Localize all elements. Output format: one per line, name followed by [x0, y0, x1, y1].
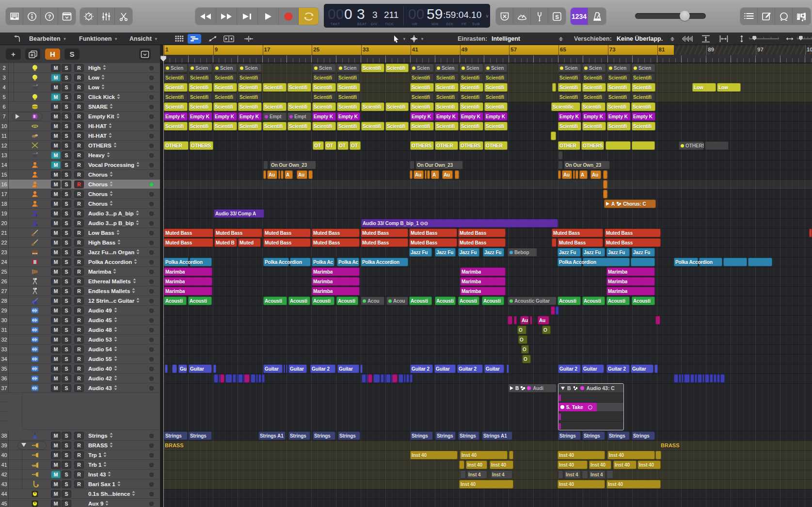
track-header-row-44[interactable]: 44MS0.1s Sh...bience	[0, 489, 160, 499]
region-track6[interactable]: Scientifi	[213, 102, 237, 111]
solo-button[interactable]: S	[62, 365, 71, 373]
record-enable-button[interactable]: R	[74, 64, 84, 72]
track-header-row-15[interactable]: 15MSRChorus	[0, 170, 160, 180]
region-track15[interactable]: Au	[297, 170, 307, 179]
region-track38[interactable]: Strings A1	[482, 431, 512, 440]
region-track7[interactable]: Empty K	[558, 112, 581, 121]
track-name-field[interactable]: Audio 53	[88, 335, 117, 344]
region-track3[interactable]: Scientifi	[435, 73, 459, 82]
region-track4[interactable]: Scientifi	[213, 83, 237, 92]
input-monitor-dot[interactable]	[149, 114, 154, 119]
record-enable-button[interactable]: R	[74, 461, 84, 469]
region-track35[interactable]: Guitar 2	[410, 364, 433, 373]
region-track22[interactable]: Muted Bass	[361, 238, 408, 247]
region-track12[interactable]: OTHER	[164, 141, 189, 150]
track-name-field[interactable]: Marimba	[88, 267, 116, 277]
chevron-down-icon[interactable]: ▼	[402, 37, 406, 41]
region-track23[interactable]: Jazz Fu	[458, 248, 479, 257]
flex-toggle[interactable]	[221, 34, 237, 44]
region-track12[interactable]: OT	[325, 141, 336, 150]
region-track15[interactable]: A	[431, 170, 439, 179]
record-enable-button[interactable]: R	[74, 200, 84, 208]
track-name-field[interactable]: HI-HAT	[88, 121, 112, 131]
region-track5[interactable]: Scientifi	[435, 93, 459, 101]
track-header-row-39[interactable]: 39MSRBRASS	[0, 441, 160, 450]
region-track6[interactable]: Scientifi	[435, 102, 459, 111]
region-track26[interactable]: Marimba	[164, 277, 212, 286]
forward-button[interactable]	[216, 8, 237, 25]
mute-button[interactable]: M	[51, 461, 61, 469]
track-name-field[interactable]: Audio 49	[88, 306, 117, 315]
region-track31[interactable]: O	[542, 326, 551, 334]
solo-button[interactable]: S	[62, 258, 71, 266]
region-track6[interactable]: Scientifi	[385, 102, 409, 111]
track-name-field[interactable]: Audio 3...p B_bip	[88, 218, 139, 228]
track-name-field[interactable]: High	[88, 63, 106, 73]
record-enable-button[interactable]: R	[74, 432, 84, 440]
solo-button[interactable]: S	[62, 219, 71, 227]
editors-button[interactable]	[115, 8, 132, 25]
track-name-field[interactable]: Bari Sax 1	[88, 479, 121, 489]
metronome-button[interactable]	[588, 8, 606, 25]
mute-button[interactable]: M	[51, 365, 61, 373]
region-track10[interactable]: Scientifi	[484, 122, 508, 131]
track-header-row-16[interactable]: 16MSRChorus	[0, 180, 160, 189]
region-track42[interactable]: Inst 4	[491, 470, 512, 479]
hide-tracks-button[interactable]: H	[45, 49, 60, 60]
region-track3[interactable]: Scientifi	[607, 73, 631, 82]
mute-button[interactable]: M	[51, 83, 61, 91]
region-track2[interactable]: Scientifi	[361, 64, 384, 72]
record-enable-button[interactable]: R	[74, 451, 84, 459]
media-browser-button[interactable]	[793, 8, 811, 25]
solo-button[interactable]: S	[62, 74, 71, 82]
input-monitor-dot[interactable]	[149, 134, 154, 138]
track-name-field[interactable]: Audio 40	[88, 364, 117, 374]
region-track40[interactable]	[509, 451, 513, 459]
take-folder-expanded[interactable]: BAudio 43: C5. Take	[558, 383, 624, 430]
input-monitor-dot[interactable]	[149, 144, 154, 148]
region-track22[interactable]: Muted Bass	[312, 238, 360, 247]
region-track7[interactable]: Empt	[263, 112, 287, 121]
region-track36[interactable]	[679, 374, 681, 383]
region-track36[interactable]	[674, 374, 678, 383]
region-track35[interactable]: Guitar	[582, 364, 604, 373]
region-track36[interactable]	[684, 374, 690, 383]
track-header-row-27[interactable]: 27MSREndless Mallets	[0, 286, 160, 296]
region-track15[interactable]: Au	[414, 170, 424, 179]
region-track3[interactable]: Scientifi	[484, 73, 508, 82]
region-track4[interactable]: Scientifi	[287, 83, 311, 92]
left-click-tool[interactable]	[391, 34, 401, 44]
region-track38[interactable]: Strings	[435, 431, 456, 440]
track-name-field[interactable]: Low	[88, 82, 105, 92]
mute-button[interactable]: M	[51, 316, 61, 324]
region-track2[interactable]: Scien	[558, 64, 581, 72]
mute-button[interactable]: M	[51, 74, 61, 82]
region-track12[interactable]	[705, 141, 729, 150]
region-track10[interactable]: Scientifi	[460, 122, 483, 131]
track-header-row-4[interactable]: 4MSRLow	[0, 82, 160, 92]
region-track15[interactable]	[410, 170, 413, 179]
track-header-row-33[interactable]: 33MSRAudio 54	[0, 344, 160, 354]
track-name-field[interactable]: Empty Kit	[88, 112, 120, 121]
solo-button[interactable]: S	[62, 316, 71, 324]
input-monitor-dot-on[interactable]	[149, 182, 154, 187]
region-track12[interactable]: OTHER	[484, 141, 508, 150]
region-track35[interactable]	[165, 364, 168, 373]
region-track38[interactable]: Strings	[607, 431, 630, 440]
disclosure-triangle-icon[interactable]	[16, 114, 19, 119]
mute-button[interactable]: M	[51, 268, 61, 276]
mute-button[interactable]: M	[51, 103, 61, 111]
region-track36[interactable]	[225, 374, 232, 383]
solo-tracks-button[interactable]: S	[64, 49, 80, 60]
input-monitor-dot[interactable]	[149, 124, 154, 129]
region-track12[interactable]	[632, 141, 655, 150]
region-track15[interactable]	[263, 170, 266, 179]
lcd-mode-chevron-icon[interactable]: ˅	[486, 14, 489, 19]
region-track10[interactable]: Scientifi	[607, 122, 631, 131]
solo-button[interactable]: S	[62, 307, 71, 314]
region-track2[interactable]: Scien	[312, 64, 336, 72]
input-monitor-dot[interactable]	[149, 443, 154, 448]
solo-button[interactable]: S	[62, 336, 71, 343]
region-track36[interactable]	[717, 374, 720, 383]
region-track27[interactable]: Marimba	[164, 287, 212, 295]
